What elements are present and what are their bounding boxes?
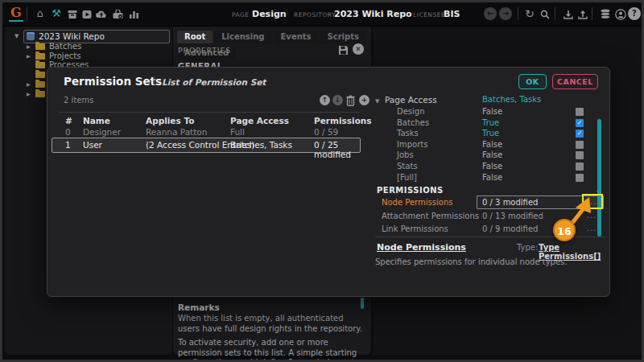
detail-type-label: Type: [517, 243, 538, 252]
checkbox-unchecked[interactable] [576, 141, 584, 149]
tab-scripts[interactable]: Scripts [320, 31, 366, 43]
cancel-button[interactable]: CANCEL [552, 74, 598, 89]
close-icon[interactable]: ✕ [353, 43, 364, 55]
ok-button[interactable]: OK [518, 74, 547, 89]
repository-value[interactable]: 2023 Wiki Repo [334, 9, 412, 19]
remarks-paragraph-2: To activate security, add one or more pe… [178, 338, 365, 362]
property-value: False [482, 107, 502, 116]
chevron-right-icon[interactable]: ▶ [27, 53, 31, 59]
table-header-: # [65, 116, 72, 125]
chevron-right-icon[interactable]: ▶ [27, 81, 31, 87]
chevron-right-icon[interactable]: ▶ [27, 91, 31, 97]
cell-name: User [83, 140, 102, 150]
tree-root-label[interactable]: 2023 Wiki Repo [39, 31, 105, 41]
permission-value: 0 / 13 modified [482, 212, 543, 220]
dialog-subtitle: List of Permission Set [162, 77, 266, 87]
checkbox-unchecked[interactable] [576, 162, 584, 171]
toolbag-icon[interactable] [110, 6, 125, 22]
page-access-row-jobs[interactable]: JobsFalse [372, 150, 605, 161]
tree-item-batches[interactable]: ▶Batches [5, 42, 170, 51]
divider [27, 7, 27, 20]
items-count: 2 items [64, 96, 93, 105]
help-icon[interactable]: ? [628, 7, 641, 20]
detail-title: Node Permissions [377, 242, 466, 253]
save-icon[interactable] [338, 43, 349, 59]
property-label: Jobs [397, 150, 414, 159]
cell-num: 0 [65, 127, 71, 137]
checkbox-unchecked[interactable] [576, 174, 584, 182]
checkbox-unchecked[interactable] [576, 151, 584, 159]
search-icon[interactable] [538, 6, 552, 22]
move-down-icon[interactable]: ↓ [332, 95, 343, 105]
table-row[interactable]: 1User(2 Access Control Entries)Batches, … [47, 140, 361, 151]
cell-access: Batches, Tasks [230, 140, 292, 150]
remarks-heading: Remarks [178, 302, 220, 312]
panel-scrollbar[interactable] [361, 298, 364, 309]
repository-label: REPOSITORY [294, 11, 336, 19]
table-header-appliesto: Applies To [146, 116, 194, 125]
checkbox-checked[interactable]: ✓ [576, 119, 584, 127]
app-window: G ⌂ ⚒ PAGE Design · REPOSITORY 2023 Wiki… [0, 0, 644, 362]
detail-description: Specifies permissions for individual nod… [375, 257, 567, 266]
licensee-value: BIS [444, 9, 460, 19]
tree-item-projects[interactable]: ▶Projects [5, 51, 170, 61]
user-icon[interactable] [613, 6, 628, 22]
permission-sets-dialog: Permission Sets | List of Permission Set… [47, 67, 610, 297]
database-icon[interactable] [598, 6, 613, 22]
add-icon[interactable]: + [359, 95, 369, 105]
tab-events[interactable]: Events [274, 31, 319, 43]
back-icon[interactable]: ← [484, 7, 497, 20]
app-logo[interactable]: G [9, 5, 23, 22]
cell-num: 1 [65, 140, 71, 150]
page-access-row-design[interactable]: DesignFalse [372, 107, 605, 117]
chevron-right-icon[interactable]: ▶ [27, 43, 31, 49]
permission-value: 0 / 3 modified [482, 198, 538, 207]
delete-icon[interactable] [345, 94, 356, 109]
cell-name: Designer [83, 127, 121, 137]
page-access-row-tasks[interactable]: TasksTrue✓ [372, 129, 605, 139]
property-label: Batches [397, 118, 429, 127]
upload-icon[interactable] [576, 6, 590, 22]
page-access-group-value: Batches, Tasks [482, 95, 541, 104]
divider [518, 7, 518, 20]
refresh-icon[interactable]: ↻ [522, 6, 537, 22]
play-box-icon[interactable] [80, 6, 94, 22]
licensee-label: LICENSEE [413, 11, 445, 19]
page-access-row-full[interactable]: [Full]False [372, 173, 605, 183]
chevron-down-icon[interactable]: ▼ [14, 33, 19, 39]
page-value[interactable]: Design [252, 9, 287, 19]
download-icon[interactable] [561, 6, 576, 22]
tab-licensing[interactable]: Licensing [214, 31, 271, 43]
property-label: [Full] [397, 173, 417, 182]
property-label: Stats [397, 162, 418, 171]
dialog-title: Permission Sets [64, 75, 162, 88]
tab-root[interactable]: Root [177, 31, 213, 43]
cell-access: Full [230, 127, 245, 137]
bar-chart-icon[interactable] [126, 6, 141, 22]
page-access-row-stats[interactable]: StatsFalse [372, 162, 605, 172]
page-access-row-batches[interactable]: BatchesTrue✓ [372, 118, 605, 129]
forward-icon[interactable]: → [499, 7, 512, 20]
checkbox-unchecked[interactable] [576, 108, 584, 116]
checkbox-checked[interactable]: ✓ [576, 130, 584, 138]
folder-icon [35, 91, 45, 97]
dialog-scrollbar[interactable] [597, 119, 601, 237]
property-value: False [482, 140, 502, 149]
move-up-icon[interactable]: ↑ [320, 95, 330, 105]
page-access-group-label[interactable]: Page Access [385, 95, 437, 105]
permission-label: Link Permissions [382, 224, 448, 233]
tools-icon[interactable]: ⚒ [49, 6, 64, 22]
property-value: False [482, 150, 502, 159]
property-label: Imports [397, 140, 427, 149]
table-row[interactable]: 0DesignerReanna PattonFull0 / 59 modifie… [47, 127, 361, 138]
page-access-row-imports[interactable]: ImportsFalse [372, 140, 605, 150]
cloud-upload-icon[interactable] [94, 6, 109, 22]
archive-icon[interactable] [65, 6, 80, 22]
dot-separator: · [286, 10, 288, 19]
cell-perms: 0 / 25 modified [314, 140, 361, 159]
folder-icon [35, 43, 45, 50]
home-icon[interactable]: ⌂ [33, 6, 47, 22]
page-label: PAGE [232, 11, 250, 19]
chevron-down-icon[interactable]: ▼ [375, 98, 379, 105]
dot-separator: · [405, 10, 407, 19]
